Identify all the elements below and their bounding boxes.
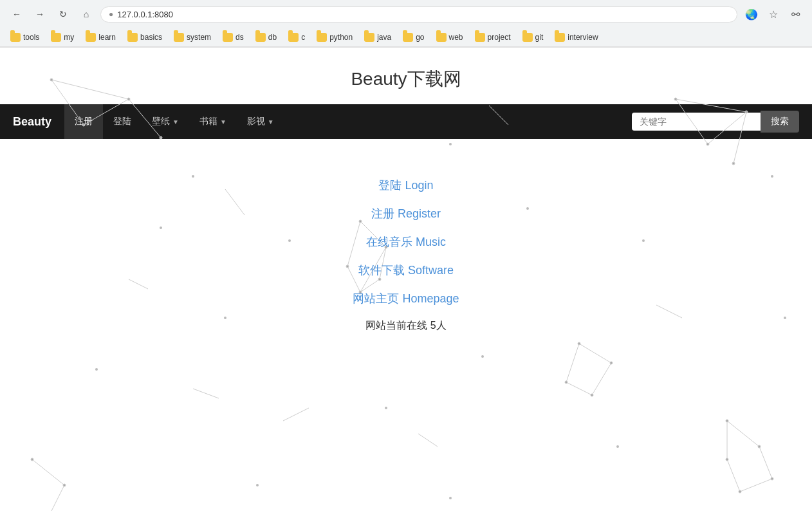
main-links: 登陆 Login 注册 Register 在线音乐 Music 软件下载 Sof… [0,139,812,358]
extensions-button[interactable]: ⚯ [786,5,804,23]
svg-line-46 [51,485,64,511]
bookmark-label: tools [23,33,39,42]
svg-line-29 [566,382,592,395]
bookmark-label: my [64,33,74,42]
bookmark-ds[interactable]: ds [217,31,249,44]
svg-point-65 [616,445,619,448]
books-dropdown-arrow: ▼ [220,118,226,125]
folder-icon [223,33,233,42]
folder-icon [475,33,485,42]
search-input[interactable] [632,113,761,131]
browser-actions: 🌏 ☆ ⚯ [743,5,804,23]
forward-button[interactable]: → [31,5,49,23]
bookmark-label: interview [567,33,598,42]
svg-point-44 [726,458,728,461]
navbar-item-wallpaper[interactable]: 壁纸 ▼ [142,104,189,139]
folder-icon [127,33,138,42]
folder-icon [51,33,61,42]
bookmark-java[interactable]: java [359,31,396,44]
bookmark-git[interactable]: git [517,31,549,44]
svg-point-42 [771,477,773,480]
svg-line-37 [740,479,772,492]
bookmark-label: git [535,33,544,42]
svg-line-51 [193,389,219,398]
svg-line-35 [727,421,759,447]
bookmark-project[interactable]: project [470,31,516,44]
url-display: 127.0.0.1:8080 [117,10,173,19]
homepage-link[interactable]: 网站主页 Homepage [353,291,459,306]
svg-line-38 [727,459,740,492]
address-bar[interactable]: ● 127.0.0.1:8080 [100,6,737,23]
svg-point-63 [95,368,98,371]
folder-icon [255,33,266,42]
folder-icon [403,33,413,42]
bookmark-system[interactable]: system [169,31,216,44]
svg-point-67 [449,497,452,499]
home-button[interactable]: ⌂ [77,5,95,23]
search-form: 搜索 [632,111,799,133]
software-link[interactable]: 软件下载 Software [358,263,454,278]
bookmark-web[interactable]: web [431,31,468,44]
bookmark-label: system [187,33,211,42]
svg-point-43 [739,490,741,493]
navbar-item-register[interactable]: 注册 [64,104,103,139]
navbar-item-media[interactable]: 影视 ▼ [237,104,284,139]
refresh-button[interactable]: ↻ [54,5,72,23]
bookmark-label: java [377,33,391,42]
bookmark-interview[interactable]: interview [549,31,603,44]
folder-icon [86,33,96,42]
security-icon: ● [109,10,113,19]
bookmark-go[interactable]: go [398,31,429,44]
login-link[interactable]: 登陆 Login [378,178,433,193]
bookmark-my[interactable]: my [46,31,79,44]
bookmark-python[interactable]: python [311,31,358,44]
navbar-brand[interactable]: Beauty [13,115,64,129]
folder-icon [555,33,565,42]
bookmark-c[interactable]: c [283,31,310,44]
music-link[interactable]: 在线音乐 Music [366,234,446,250]
bookmark-label: go [416,33,424,42]
bookmark-tools[interactable]: tools [5,31,44,44]
navbar: Beauty 注册 登陆 壁纸 ▼ 书籍 ▼ 影视 ▼ 搜索 [0,104,812,139]
folder-icon [522,33,533,42]
media-dropdown-arrow: ▼ [268,118,274,125]
svg-point-41 [758,445,761,448]
svg-line-55 [418,434,438,447]
navbar-item-login[interactable]: 登陆 [103,104,142,139]
svg-point-64 [385,407,387,409]
browser-chrome: ← → ↻ ⌂ ● 127.0.0.1:8080 🌏 ☆ ⚯ toolsmyle… [0,0,812,48]
folder-icon [436,33,447,42]
wallpaper-dropdown-arrow: ▼ [172,118,179,125]
search-button[interactable]: 搜索 [761,111,799,133]
bookmark-label: basics [140,33,162,42]
bookmark-learn[interactable]: learn [80,31,121,44]
site-title: Beauty下载网 [0,48,812,104]
bookmark-db[interactable]: db [250,31,282,44]
folder-icon [288,33,299,42]
register-link[interactable]: 注册 Register [371,206,441,221]
bookmark-label: db [268,33,277,42]
svg-point-66 [256,484,259,486]
translate-button[interactable]: 🌏 [743,5,761,23]
folder-icon [317,33,327,42]
online-count: 网站当前在线 5人 [365,319,446,333]
svg-line-50 [283,408,309,421]
browser-toolbar: ← → ↻ ⌂ ● 127.0.0.1:8080 🌏 ☆ ⚯ [0,0,812,28]
bookmarks-bar: toolsmylearnbasicssystemdsdbcpythonjavag… [0,28,812,47]
svg-point-33 [591,394,593,396]
bookmark-label: project [488,33,511,42]
bookmark-label: web [449,33,463,42]
page-content: Beauty下载网 Beauty 注册 登陆 壁纸 ▼ 书籍 ▼ 影视 ▼ 搜索… [0,48,812,511]
bookmark-label: ds [235,33,244,42]
bookmark-basics[interactable]: basics [122,31,167,44]
svg-line-45 [32,459,64,485]
svg-point-32 [610,362,613,364]
navbar-item-books[interactable]: 书籍 ▼ [189,104,237,139]
svg-point-47 [31,458,33,461]
bookmark-label: python [329,33,353,42]
folder-icon [364,33,374,42]
folder-icon [174,33,184,42]
bookmark-star-button[interactable]: ☆ [764,5,782,23]
back-button[interactable]: ← [8,5,26,23]
bookmark-label: learn [98,33,116,42]
